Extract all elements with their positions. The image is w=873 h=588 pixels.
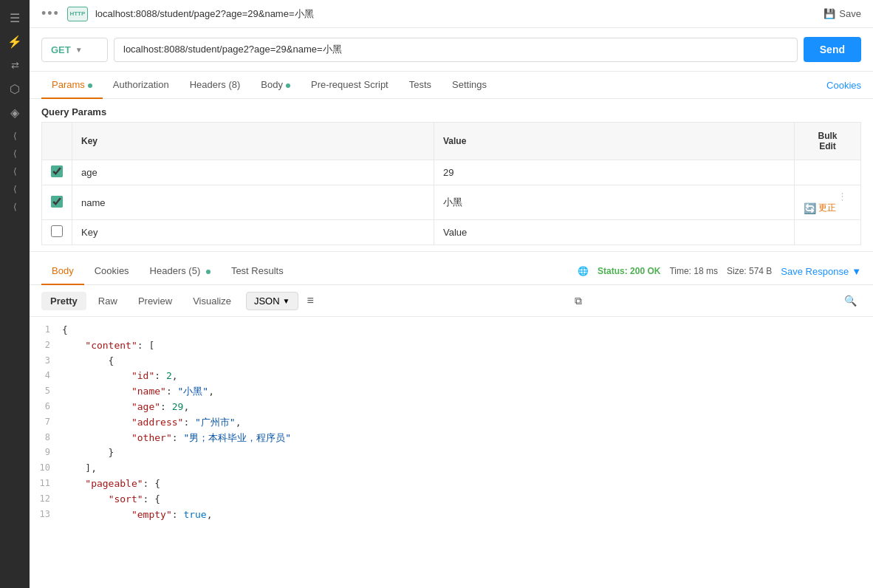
headers-dot [206, 270, 210, 274]
globe-icon: 🌐 [578, 266, 589, 276]
col-checkbox [42, 123, 72, 160]
format-btn-raw[interactable]: Raw [89, 292, 126, 310]
row2-more-icon: ⋮ [838, 191, 847, 202]
copy-button[interactable]: ⧉ [570, 292, 586, 310]
correction-icon: 🔄 [804, 202, 816, 214]
json-format-select[interactable]: JSON ▼ [246, 292, 298, 310]
code-line-3: 3 { [30, 354, 873, 369]
response-status: Status: 200 OK [598, 266, 660, 276]
format-btn-visualize[interactable]: Visualize [184, 292, 240, 310]
send-button[interactable]: Send [804, 37, 861, 62]
response-time: Time: 18 ms [669, 266, 718, 276]
save-response-button[interactable]: Save Response ▼ [781, 266, 861, 277]
row1-checkbox[interactable] [51, 165, 63, 177]
response-tabs: Body Cookies Headers (5) Test Results 🌐 … [30, 258, 873, 285]
tab-tests[interactable]: Tests [399, 72, 442, 99]
sidebar-icon-diamond[interactable]: ◈ [4, 102, 25, 123]
table-row: age 29 [42, 160, 861, 185]
code-line-11: 11 "pageable": { [30, 476, 873, 492]
method-label: GET [51, 44, 71, 55]
save-response-chevron-icon: ▼ [852, 266, 861, 277]
request-bar: GET ▼ Send [30, 28, 873, 72]
params-section: Key Value Bulk Edit age 29 [30, 122, 873, 245]
row2-key[interactable]: name [72, 185, 434, 220]
url-input[interactable] [114, 38, 798, 62]
search-button[interactable]: 🔍 [840, 292, 861, 310]
code-line-12: 12 "sort": { [30, 492, 873, 507]
row2-actions: ⋮ 🔄 更正 [795, 185, 861, 220]
row1-value[interactable]: 29 [434, 160, 794, 185]
response-meta: 🌐 Status: 200 OK Time: 18 ms Size: 574 B… [578, 266, 861, 277]
format-bar: Pretty Raw Preview Visualize JSON ▼ ≡ ⧉ … [30, 285, 873, 317]
code-line-10: 10 ], [30, 461, 873, 476]
save-button[interactable]: 💾 Save [824, 8, 861, 19]
tab-body[interactable]: Body [250, 72, 301, 99]
row2-checkbox[interactable] [51, 196, 63, 208]
row3-actions [795, 220, 861, 245]
code-view: 1 { 2 "content": [ 3 { 4 "id": 2, 5 "nam… [30, 317, 873, 588]
wrap-button[interactable]: ≡ [304, 291, 317, 310]
format-btn-preview[interactable]: Preview [129, 292, 181, 310]
params-table: Key Value Bulk Edit age 29 [41, 122, 861, 245]
topbar-dots[interactable]: ••• [41, 6, 60, 21]
response-size: Size: 574 B [727, 266, 772, 276]
code-line-4: 4 "id": 2, [30, 369, 873, 384]
format-btn-pretty[interactable]: Pretty [41, 292, 86, 310]
code-line-2: 2 "content": [ [30, 338, 873, 354]
sidebar-icon-arrows[interactable]: ⇄ [4, 55, 25, 75]
sidebar-icon-arrow-left5[interactable]: ⟨ [4, 196, 25, 217]
save-icon: 💾 [824, 8, 835, 19]
row3-value-placeholder[interactable]: Value [434, 220, 794, 245]
query-params-title: Query Params [30, 99, 873, 122]
code-line-13: 13 "empty": true, [30, 507, 873, 523]
json-chevron-icon: ▼ [283, 297, 290, 305]
method-chevron-icon: ▼ [75, 46, 83, 54]
tab-headers[interactable]: Headers (8) [179, 72, 251, 99]
table-row: name 小黑 ⋮ 🔄 更正 [42, 185, 861, 220]
http-icon: HTTP [67, 7, 88, 21]
col-key: Key [72, 123, 434, 160]
col-bulk-edit: Bulk Edit [795, 123, 861, 160]
sidebar: ☰ ⚡ ⇄ ⬡ ◈ ⟨ ⟨ ⟨ ⟨ ⟨ [0, 0, 30, 588]
row3-key-placeholder[interactable]: Key [72, 220, 434, 245]
request-tabs: Params Authorization Headers (8) Body Pr… [30, 72, 873, 99]
correction-button[interactable]: 🔄 更正 [804, 202, 836, 214]
response-tab-test-results[interactable]: Test Results [221, 258, 294, 285]
response-tab-headers[interactable]: Headers (5) [140, 258, 221, 285]
code-line-8: 8 "other": "男；本科毕业，程序员" [30, 431, 873, 446]
table-row-empty: Key Value [42, 220, 861, 245]
row3-checkbox[interactable] [51, 225, 63, 237]
response-tab-cookies[interactable]: Cookies [84, 258, 140, 285]
tab-pre-request[interactable]: Pre-request Script [301, 72, 399, 99]
cookies-link[interactable]: Cookies [826, 80, 861, 91]
code-line-5: 5 "name": "小黑", [30, 384, 873, 400]
sidebar-icon-menu[interactable]: ☰ [4, 7, 25, 28]
code-line-1: 1 { [30, 323, 873, 338]
topbar: ••• HTTP localhost:8088/student/page2?ag… [30, 0, 873, 28]
sidebar-icon-lightning[interactable]: ⚡ [4, 31, 25, 52]
tab-authorization[interactable]: Authorization [103, 72, 179, 99]
code-line-6: 6 "age": 29, [30, 400, 873, 415]
bulk-edit-button[interactable]: Bulk Edit [804, 128, 852, 154]
sidebar-icon-hex[interactable]: ⬡ [4, 78, 25, 99]
col-value: Value [434, 123, 794, 160]
method-select[interactable]: GET ▼ [41, 38, 108, 62]
body-dot [286, 83, 290, 88]
row1-actions [795, 160, 861, 185]
row2-value[interactable]: 小黑 [434, 185, 794, 220]
row1-key[interactable]: age [72, 160, 434, 185]
topbar-url: localhost:8088/student/page2?age=29&name… [95, 7, 816, 21]
json-format-label: JSON [254, 295, 280, 307]
main-panel: ••• HTTP localhost:8088/student/page2?ag… [30, 0, 873, 588]
code-line-7: 7 "address": "广州市", [30, 415, 873, 431]
response-tab-body[interactable]: Body [41, 258, 84, 285]
tab-settings[interactable]: Settings [442, 72, 497, 99]
params-dot [88, 83, 92, 88]
tab-params[interactable]: Params [41, 72, 103, 99]
section-divider [30, 251, 873, 252]
code-line-9: 9 } [30, 445, 873, 461]
